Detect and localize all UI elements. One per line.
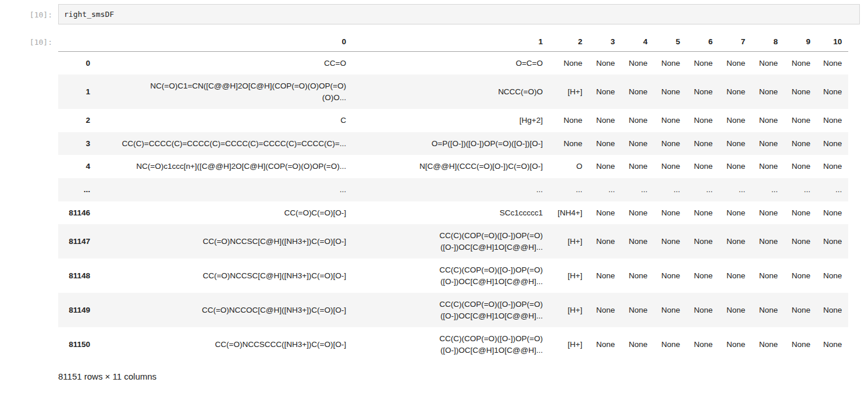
table-cell: None — [784, 51, 817, 75]
table-cell: CC(C)(COP(=O)([O-])OP(=O) ([O-])OC[C@H]1… — [353, 224, 549, 259]
table-cell: NC(=O)C1=CN([C@@H]2O[C@H](COP(=O)(O)OP(=… — [97, 75, 353, 109]
column-header-4: 4 — [621, 33, 654, 51]
table-row: 4NC(=O)c1ccc[n+]([C@@H]2O[C@H](COP(=O)(O… — [58, 155, 848, 178]
table-cell: None — [752, 224, 784, 259]
table-cell: None — [752, 201, 784, 225]
table-cell: None — [817, 327, 848, 362]
table-cell: ... — [621, 178, 654, 201]
table-cell: ... — [817, 178, 848, 201]
table-cell: None — [719, 51, 752, 75]
table-cell: None — [686, 259, 719, 293]
table-cell: [NH4+] — [549, 201, 589, 225]
row-index-label: 81146 — [58, 201, 97, 225]
table-cell: None — [589, 132, 621, 155]
table-cell: None — [752, 259, 784, 293]
table-cell: None — [752, 75, 784, 109]
table-cell: None — [784, 293, 817, 327]
table-cell: SCc1ccccc1 — [353, 201, 549, 225]
table-cell: None — [589, 109, 621, 132]
column-header-2: 2 — [549, 33, 589, 51]
table-row: 81150CC(=O)NCCSCCC([NH3+])C(=O)[O-]CC(C)… — [58, 327, 848, 362]
row-index-label: 81148 — [58, 259, 97, 293]
table-cell: None — [654, 327, 686, 362]
table-row: 2C[Hg+2]NoneNoneNoneNoneNoneNoneNoneNone… — [58, 109, 848, 132]
table-cell: None — [589, 259, 621, 293]
dataframe-header: 012345678910 — [58, 33, 848, 51]
table-cell: None — [784, 201, 817, 225]
dataframe-table: 012345678910 0CC=OO=C=ONoneNoneNoneNoneN… — [58, 33, 848, 362]
table-cell: CC(=O)NCCSC[C@H]([NH3+])C(=O)[O-] — [97, 224, 353, 259]
table-cell: None — [686, 224, 719, 259]
table-cell: None — [817, 132, 848, 155]
table-cell: CC(=O)NCCSC[C@H]([NH3+])C(=O)[O-] — [97, 259, 353, 293]
table-cell: None — [621, 224, 654, 259]
code-editor[interactable]: right_smsDF — [58, 4, 860, 24]
table-cell: CC(=O)NCCSCCC([NH3+])C(=O)[O-] — [97, 327, 353, 362]
table-cell: None — [817, 109, 848, 132]
table-cell: None — [589, 224, 621, 259]
table-cell: None — [621, 155, 654, 178]
table-cell: None — [654, 109, 686, 132]
column-header-3: 3 — [589, 33, 621, 51]
row-index-label: 3 — [58, 132, 97, 155]
jupyter-notebook: [10]: right_smsDF [10]: 012345678910 0CC… — [0, 0, 868, 381]
table-cell: CC(=O)C(=O)[O-] — [97, 201, 353, 225]
table-cell: None — [817, 259, 848, 293]
table-cell: None — [686, 293, 719, 327]
index-corner-cell — [58, 33, 97, 51]
table-cell: None — [686, 51, 719, 75]
table-cell: None — [654, 155, 686, 178]
row-index-label: ... — [58, 178, 97, 201]
column-header-6: 6 — [686, 33, 719, 51]
table-row: 81147CC(=O)NCCSC[C@H]([NH3+])C(=O)[O-]CC… — [58, 224, 848, 259]
code-text[interactable]: right_smsDF — [64, 10, 114, 19]
output-area: 012345678910 0CC=OO=C=ONoneNoneNoneNoneN… — [58, 33, 868, 381]
table-cell: None — [752, 109, 784, 132]
table-row: 81149CC(=O)NCCOC[C@H]([NH3+])C(=O)[O-]CC… — [58, 293, 848, 327]
column-header-1: 1 — [353, 33, 549, 51]
table-cell: None — [817, 224, 848, 259]
table-cell: None — [719, 155, 752, 178]
table-row: .................................... — [58, 178, 848, 201]
row-index-label: 4 — [58, 155, 97, 178]
table-cell: [H+] — [549, 75, 589, 109]
table-cell: ... — [97, 178, 353, 201]
table-cell: None — [784, 224, 817, 259]
table-cell: None — [621, 327, 654, 362]
table-cell: None — [654, 224, 686, 259]
table-cell: ... — [784, 178, 817, 201]
table-cell: [H+] — [549, 259, 589, 293]
code-cell-input-row: [10]: right_smsDF — [0, 4, 868, 24]
table-cell: NCCC(=O)O — [353, 75, 549, 109]
table-cell: None — [719, 259, 752, 293]
table-cell: None — [686, 155, 719, 178]
table-cell: None — [784, 327, 817, 362]
table-cell: None — [654, 75, 686, 109]
table-cell: O=C=O — [353, 51, 549, 75]
table-cell: None — [654, 259, 686, 293]
dataframe-body: 0CC=OO=C=ONoneNoneNoneNoneNoneNoneNoneNo… — [58, 51, 848, 362]
table-cell: None — [752, 51, 784, 75]
input-execution-prompt: [10]: — [0, 4, 58, 20]
row-index-label: 81149 — [58, 293, 97, 327]
row-index-label: 81147 — [58, 224, 97, 259]
row-index-label: 0 — [58, 51, 97, 75]
column-header-9: 9 — [784, 33, 817, 51]
table-cell: None — [784, 259, 817, 293]
table-cell: [H+] — [549, 224, 589, 259]
dataframe-shape-summary: 81151 rows × 11 columns — [58, 371, 868, 381]
column-header-7: 7 — [719, 33, 752, 51]
table-cell: None — [621, 293, 654, 327]
table-cell: None — [719, 132, 752, 155]
table-row: 1NC(=O)C1=CN([C@@H]2O[C@H](COP(=O)(O)OP(… — [58, 75, 848, 109]
table-row: 81146CC(=O)C(=O)[O-]SCc1ccccc1[NH4+]None… — [58, 201, 848, 225]
table-cell: None — [654, 293, 686, 327]
table-cell: None — [621, 259, 654, 293]
table-cell: None — [784, 109, 817, 132]
table-cell: None — [719, 224, 752, 259]
table-cell: None — [589, 293, 621, 327]
table-cell: None — [752, 293, 784, 327]
table-cell: None — [621, 109, 654, 132]
table-cell: None — [589, 75, 621, 109]
table-cell: None — [686, 327, 719, 362]
